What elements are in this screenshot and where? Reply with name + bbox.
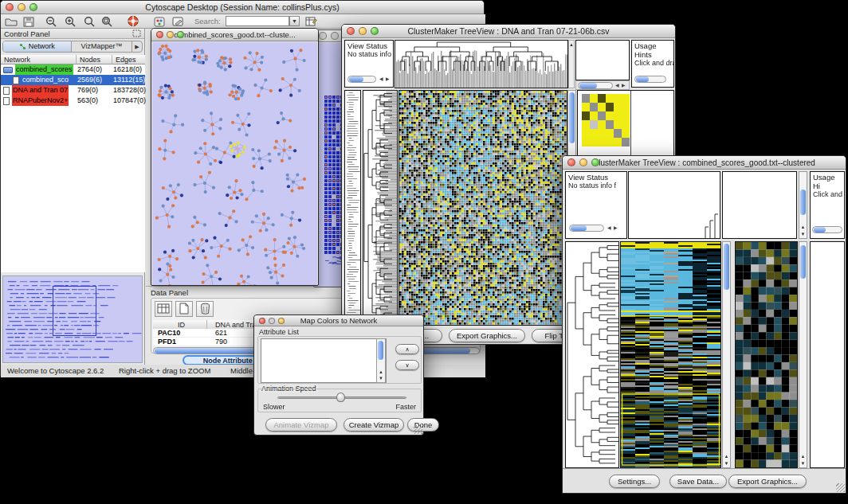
scroll-left-icon[interactable]: ◀ <box>607 225 611 232</box>
scroll-left-icon[interactable]: ◀ <box>615 82 619 89</box>
scroll-down-icon[interactable]: ▼ <box>377 375 385 381</box>
export-graphics-button[interactable]: Export Graphics... <box>728 475 807 488</box>
network-list-row[interactable]: DNA and Tran 07 769(0) 183728(0) <box>1 85 145 96</box>
minimize-button[interactable] <box>331 32 339 40</box>
close-button[interactable] <box>347 27 355 35</box>
minimize-button[interactable] <box>579 158 587 166</box>
labels-hscrollbar[interactable] <box>578 82 613 89</box>
minimize-button[interactable] <box>18 3 26 11</box>
scroll-down-icon[interactable]: ▼ <box>799 231 807 237</box>
column-header-nodes[interactable]: Nodes <box>77 55 112 64</box>
scrollbar-thumb[interactable] <box>724 244 729 290</box>
zoom-button[interactable] <box>29 3 37 11</box>
window-controls <box>6 3 37 11</box>
treeview1-row-dendrogram[interactable] <box>363 90 398 326</box>
scroll-up-icon[interactable]: ▲ <box>569 41 574 48</box>
close-button[interactable] <box>567 158 575 166</box>
treeview1-titlebar[interactable]: ClusterMaker TreeView : DNA and Tran 07-… <box>342 25 675 38</box>
minimize-button[interactable] <box>167 31 174 38</box>
animate-vizmap-button[interactable]: Animate Vizmap <box>265 418 337 432</box>
network-graph-canvas[interactable] <box>152 42 317 285</box>
view-status-hscrollbar[interactable] <box>347 76 376 83</box>
move-up-button[interactable]: ∧ <box>395 344 419 354</box>
network-list-row[interactable]: combined_scores 2764(0) 16218(0) <box>1 64 145 75</box>
main-titlebar[interactable]: Cytoscape Desktop (Session Name: collins… <box>1 1 484 14</box>
resize-grip[interactable] <box>836 483 845 492</box>
scrollbar-thumb[interactable] <box>569 92 575 143</box>
scroll-up-icon[interactable]: ▲ <box>799 453 807 459</box>
column-header-network[interactable]: Network <box>1 55 77 64</box>
scroll-right-icon[interactable]: ▶ <box>614 225 618 232</box>
minimize-button[interactable] <box>359 27 367 35</box>
resize-grip[interactable] <box>414 425 422 434</box>
scroll-right-icon[interactable]: ▶ <box>386 76 390 83</box>
export-graphics-button[interactable]: Export Graphics... <box>449 329 525 342</box>
treeview2-row-dendrogram[interactable] <box>565 241 619 468</box>
tab-network[interactable]: Network <box>3 41 72 52</box>
treeview2-labels-vscrollbar[interactable]: ▲ ▼ <box>799 171 807 239</box>
zoom-button[interactable] <box>278 318 285 324</box>
network-view-titlebar[interactable]: combined_scores_good.txt--cluste... <box>151 29 318 41</box>
done-button[interactable]: Done <box>407 418 439 432</box>
window-controls <box>347 27 379 35</box>
network-table-header: Network Nodes Edges <box>1 55 145 64</box>
scroll-left-icon[interactable]: ◀ <box>379 76 383 83</box>
attribute-list-vscrollbar[interactable]: ▲ ▼ <box>376 338 386 383</box>
search-dropdown-arrow-icon[interactable]: ▼ <box>289 16 300 26</box>
treeview2-column-dendrogram[interactable] <box>628 171 720 239</box>
dialog-titlebar[interactable]: Map Colors to Network <box>254 315 423 326</box>
network-item-nodes: 2569(6) <box>77 75 102 85</box>
network-item-edges: 13112(15) <box>113 75 145 85</box>
treeview1-zoom-heatmap[interactable] <box>582 94 630 147</box>
create-vizmap-button[interactable]: Create Vizmap <box>344 418 404 432</box>
treeview2-titlebar[interactable]: ClusterMaker TreeView : combined_scores_… <box>563 156 846 170</box>
treeview2-genes-vscrollbar[interactable]: ▲ ▼ <box>799 241 807 468</box>
trash-icon[interactable] <box>196 301 214 317</box>
close-button[interactable] <box>6 3 14 11</box>
treeview1-heatmap-canvas[interactable] <box>398 90 567 326</box>
usage-hscrollbar[interactable] <box>634 76 666 83</box>
move-down-button[interactable]: ∨ <box>395 360 419 370</box>
treeview2-heatmap-canvas[interactable] <box>620 241 721 468</box>
network-list-row[interactable]: combined_sco 2569(6) 13112(15) <box>1 75 145 85</box>
settings-button[interactable]: Settings... <box>609 475 660 488</box>
treeview1-global-overview-strip[interactable] <box>344 90 361 326</box>
table-grid-icon[interactable] <box>155 301 172 317</box>
tab-overflow-arrow[interactable]: ▶ <box>132 41 142 52</box>
treeview2-heatmap-vscrollbar[interactable]: ▲ ▼ <box>722 241 731 468</box>
scroll-up-icon[interactable]: ▲ <box>723 453 730 459</box>
tab-vizmapper[interactable]: VizMapper™ <box>72 41 132 52</box>
treeview1-column-dendrogram[interactable] <box>395 40 568 88</box>
minimize-button[interactable] <box>269 318 275 324</box>
treeview2-zoom-heatmap-canvas[interactable] <box>735 241 798 468</box>
network-list-row[interactable]: RNAPuberNov2+ 563(0) 107847(0) <box>1 96 145 106</box>
scroll-up-icon[interactable]: ▲ <box>377 369 385 375</box>
search-input[interactable] <box>226 16 289 26</box>
zoom-button[interactable] <box>371 27 379 35</box>
close-button[interactable] <box>156 31 163 38</box>
close-button[interactable] <box>259 318 265 324</box>
animation-speed-slider-thumb[interactable] <box>336 393 345 402</box>
treeview2-gene-list <box>810 241 845 468</box>
column-header-edges[interactable]: Edges <box>112 55 145 64</box>
float-panel-icon[interactable] <box>132 29 141 40</box>
save-data-button[interactable]: Save Data... <box>669 475 727 488</box>
scroll-down-icon[interactable]: ▼ <box>723 460 730 467</box>
network-overview-thumbnail[interactable] <box>2 275 143 363</box>
new-document-icon[interactable] <box>175 301 193 317</box>
scroll-up-icon[interactable]: ▲ <box>799 224 807 230</box>
matrix-cell <box>598 138 606 147</box>
scrollbar-thumb[interactable] <box>378 341 383 360</box>
scroll-down-icon[interactable]: ▼ <box>799 460 807 467</box>
zoom-button[interactable] <box>591 158 599 166</box>
close-button[interactable] <box>319 32 327 40</box>
usage-hscrollbar[interactable] <box>812 226 842 233</box>
control-panel-header: Control Panel <box>1 29 144 39</box>
attribute-list[interactable] <box>261 338 387 383</box>
matrix-cell <box>606 103 614 111</box>
zoom-button[interactable] <box>177 31 184 38</box>
scrollbar-thumb[interactable] <box>800 245 806 279</box>
scroll-right-icon[interactable]: ▶ <box>622 82 626 89</box>
view-status-hscrollbar[interactable] <box>569 225 604 232</box>
scrollbar-thumb[interactable] <box>800 189 806 215</box>
